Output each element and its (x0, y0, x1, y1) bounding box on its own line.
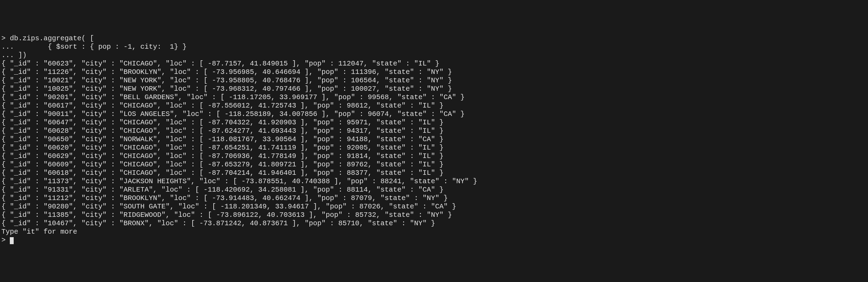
result-row: { "_id" : "10025", "city" : "NEW YORK", … (1, 85, 867, 93)
result-row: { "_id" : "11385", "city" : "RIDGEWOOD",… (1, 211, 867, 219)
result-row: { "_id" : "11212", "city" : "BROOKLYN", … (1, 194, 867, 202)
result-row: { "_id" : "60617", "city" : "CHICAGO", "… (1, 102, 867, 110)
result-row: { "_id" : "60647", "city" : "CHICAGO", "… (1, 118, 867, 127)
result-row: { "_id" : "90650", "city" : "NORWALK", "… (1, 135, 867, 144)
result-row: { "_id" : "10467", "city" : "BRONX", "lo… (1, 219, 867, 228)
result-row: { "_id" : "11373", "city" : "JACKSON HEI… (1, 177, 867, 186)
cursor-icon (10, 237, 14, 244)
command-line-1: > db.zips.aggregate( [ (1, 34, 867, 43)
continuation-prompt: ... (1, 43, 14, 51)
command-text: db.zips.aggregate( [ (10, 34, 94, 42)
prompt: > (1, 236, 6, 244)
result-row: { "_id" : "11226", "city" : "BROOKLYN", … (1, 68, 867, 76)
prompt: > (1, 34, 6, 42)
result-row: { "_id" : "91331", "city" : "ARLETA", "l… (1, 186, 867, 194)
result-row: { "_id" : "10021", "city" : "NEW YORK", … (1, 76, 867, 85)
result-row: { "_id" : "60620", "city" : "CHICAGO", "… (1, 144, 867, 152)
result-row: { "_id" : "60623", "city" : "CHICAGO", "… (1, 60, 867, 68)
pagination-hint: Type "it" for more (1, 228, 867, 236)
terminal-output[interactable]: > db.zips.aggregate( [... { $sort : { po… (1, 34, 867, 245)
result-row: { "_id" : "60629", "city" : "CHICAGO", "… (1, 152, 867, 160)
result-row: { "_id" : "60618", "city" : "CHICAGO", "… (1, 169, 867, 177)
result-row: { "_id" : "90011", "city" : "LOS ANGELES… (1, 110, 867, 118)
prompt-line[interactable]: > (1, 236, 867, 245)
result-row: { "_id" : "60609", "city" : "CHICAGO", "… (1, 160, 867, 169)
command-line-2: ... { $sort : { pop : -1, city: 1} } (1, 43, 867, 51)
result-row: { "_id" : "90280", "city" : "SOUTH GATE"… (1, 202, 867, 211)
result-row: { "_id" : "90201", "city" : "BELL GARDEN… (1, 93, 867, 102)
result-row: { "_id" : "60628", "city" : "CHICAGO", "… (1, 127, 867, 135)
command-text: { $sort : { pop : -1, city: 1} } (14, 43, 187, 51)
command-line-3: ... ]) (1, 51, 867, 60)
command-text: ... ]) (1, 51, 27, 59)
